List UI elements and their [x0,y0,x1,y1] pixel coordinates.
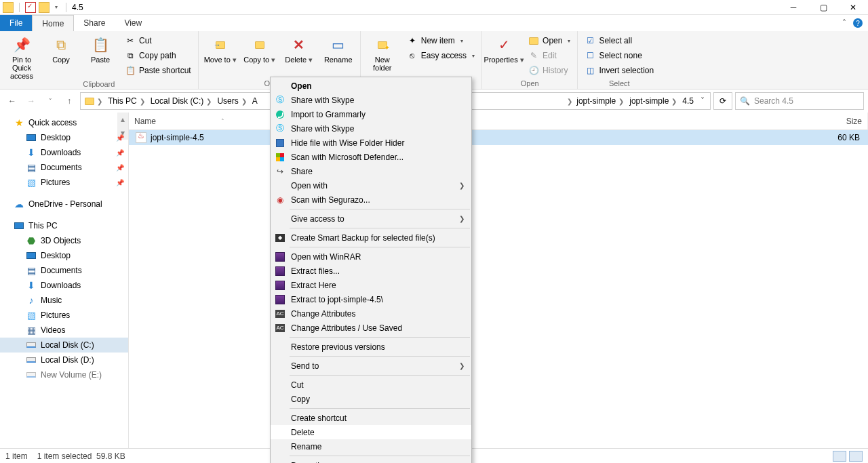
sidebar-quick-access[interactable]: ★Quick access [0,115,128,130]
breadcrumb-dropdown[interactable]: ˅ [696,96,709,106]
col-size[interactable]: Size [800,113,868,129]
new-item-button[interactable]: ✦New item▾ [404,34,477,47]
copy-button[interactable]: ⧉Copy [43,34,79,64]
cm-winrar-open[interactable]: Open with WinRAR [271,249,471,264]
cm-cut[interactable]: Cut [271,378,471,392]
cm-restore[interactable]: Restore previous versions [271,340,471,354]
sidebar-onedrive[interactable]: ☁OneDrive - Personal [0,197,128,212]
cm-skype2[interactable]: ⓈShare with Skype [271,121,471,136]
cm-properties[interactable]: Properties [271,458,471,463]
sidebar-pictures[interactable]: ▧Pictures📌 [0,175,128,190]
cm-smartbackup[interactable]: ◆Create Smart Backup for selected file(s… [271,230,471,245]
copy-icon: ⧉ [52,35,71,54]
documents-icon: ▤ [26,265,37,276]
close-button[interactable]: ✕ [838,0,868,15]
cm-delete[interactable]: Delete [271,425,471,439]
sidebar-thispc[interactable]: This PC [0,218,128,233]
search-input[interactable]: 🔍 Search 4.5 [735,92,864,110]
recent-dropdown[interactable]: ˅ [42,93,58,109]
crumb-a[interactable]: A [250,96,260,106]
sidebar-documents2[interactable]: ▤Documents [0,263,128,278]
sidebar-documents[interactable]: ▤Documents📌 [0,160,128,175]
paste-button[interactable]: 📋Paste [83,34,118,64]
sidebar-desktop[interactable]: Desktop📌 [0,130,128,145]
crumb-icon[interactable]: ❯ [82,98,105,105]
crumb-c[interactable]: Local Disk (C:)❯ [148,96,215,106]
cm-copy[interactable]: Copy [271,392,471,406]
crumb-jopt1[interactable]: ❯jopt-simple❯ [563,96,627,106]
sidebar-pictures2[interactable]: ▧Pictures [0,308,128,323]
cut-button[interactable]: ✂Cut [122,34,194,47]
tab-view[interactable]: View [115,15,151,31]
sidebar-local-d[interactable]: Local Disk (D:) [0,353,128,367]
invert-selection-button[interactable]: ◫Invert selection [582,64,656,77]
pasteshortcut-icon: 📋 [125,65,136,76]
maximize-button[interactable]: ▢ [808,0,838,15]
easy-access-button[interactable]: ⎋Easy access▾ [404,49,477,62]
paste-shortcut-button[interactable]: 📋Paste shortcut [122,64,194,77]
crumb-users[interactable]: Users❯ [214,96,249,106]
sidebar-3dobjects[interactable]: ⬣3D Objects [0,233,128,248]
sidebar-new-volume[interactable]: New Volume (E:) [0,367,128,382]
tab-home[interactable]: Home [32,15,74,31]
open-button[interactable]: Open▾ [526,34,573,47]
view-details-button[interactable] [833,451,846,462]
crumb-jopt2[interactable]: jopt-simple❯ [627,96,679,106]
select-none-button[interactable]: ☐Select none [582,49,656,62]
forward-button[interactable]: → [23,93,39,109]
group-select: ☑Select all ☐Select none ◫Invert selecti… [578,31,660,89]
sidebar-videos[interactable]: ▦Videos [0,323,128,338]
cm-rename[interactable]: Rename [271,439,471,454]
cm-open[interactable]: Open [271,79,471,93]
help-icon[interactable]: ? [853,18,863,28]
select-all-button[interactable]: ☑Select all [582,34,656,47]
file-row[interactable]: jopt-simple-4.5 60 KB [129,130,868,145]
qat-dropdown-icon[interactable]: ▾ [55,4,58,10]
sidebar-downloads2[interactable]: ⬇Downloads [0,278,128,293]
rename-button[interactable]: ▭Rename [321,34,356,64]
cm-openwith[interactable]: Open with❯ [271,178,471,193]
sidebar-desktop2[interactable]: Desktop [0,248,128,263]
new-folder-button[interactable]: ✦New folder [365,34,400,72]
pin-quick-access-button[interactable]: 📌Pin to Quick access [4,34,39,80]
collapse-ribbon-icon[interactable]: ˄ [842,18,846,28]
cm-grammarly[interactable]: Import to Grammarly [271,107,471,121]
column-headers[interactable]: Name˄ Size [129,113,868,130]
cm-winrar-extract[interactable]: Extract files... [271,264,471,278]
up-button[interactable]: ↑ [61,93,77,109]
sidebar-music[interactable]: ♪Music [0,293,128,308]
view-large-button[interactable] [849,451,863,462]
cm-giveaccess[interactable]: Give access to❯ [271,212,471,226]
delete-button[interactable]: ✕Delete▾ [281,34,317,64]
cm-skype1[interactable]: ⓈShare with Skype [271,93,471,107]
crumb-45[interactable]: 4.5 [679,96,696,106]
cm-winrar-to[interactable]: Extract to jopt-simple-4.5\ [271,292,471,306]
cm-wise[interactable]: Hide file with Wise Folder Hider [271,136,471,150]
tab-file[interactable]: File [0,15,32,31]
copy-path-button[interactable]: ⧉Copy path [122,49,194,62]
move-to-button[interactable]: →Move to▾ [203,34,238,64]
cm-shortcut[interactable]: Create shortcut [271,411,471,425]
refresh-button[interactable]: ⟳ [713,92,732,110]
qat-properties-icon[interactable] [25,2,36,13]
minimize-button[interactable]: ─ [778,0,808,15]
tab-share[interactable]: Share [74,15,115,31]
copy-to-button[interactable]: Copy to▾ [242,34,277,64]
col-name[interactable]: Name˄ [129,113,292,129]
file-list: Name˄ Size jopt-simple-4.5 60 KB [129,113,868,448]
cm-share[interactable]: ↪Share [271,164,471,178]
sidebar-downloads[interactable]: ⬇Downloads📌 [0,145,128,160]
history-button[interactable]: 🕘History [526,64,573,77]
cm-attr[interactable]: ACChange Attributes [271,306,471,321]
edit-button[interactable]: ✎Edit [526,49,573,62]
cm-attr2[interactable]: ACChange Attributes / Use Saved [271,321,471,335]
properties-button[interactable]: ✓Properties▾ [486,34,521,64]
cm-segurazo[interactable]: ◉Scan with Segurazo... [271,193,471,207]
qat-newfolder-icon[interactable] [39,2,50,13]
cm-sendto[interactable]: Send to❯ [271,359,471,373]
back-button[interactable]: ← [4,93,20,109]
cm-defender[interactable]: Scan with Microsoft Defender... [271,150,471,164]
crumb-thispc[interactable]: This PC❯ [105,96,148,106]
cm-winrar-here[interactable]: Extract Here [271,278,471,292]
sidebar-local-c[interactable]: Local Disk (C:) [0,338,128,353]
